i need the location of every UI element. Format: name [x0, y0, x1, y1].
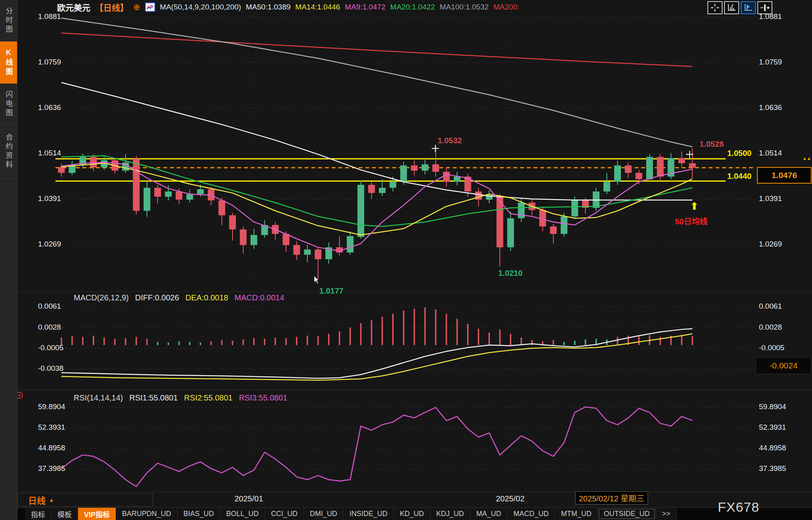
- axis-macd-label: -0.0038: [38, 364, 63, 373]
- sidebar: 分时图 K线图 闪电图 合约资料: [0, 0, 17, 520]
- rsi1-value: RSI1:55.0801: [130, 393, 178, 402]
- annotation-high-1: 1.0532: [438, 136, 462, 145]
- sidebar-item-timechart[interactable]: 分时图: [0, 0, 17, 42]
- watermark: FX678: [718, 499, 759, 515]
- symbol-title: 欧元美元: [57, 1, 90, 13]
- sidebar-item-label: 闪电图: [4, 91, 14, 118]
- axis-macd-label: 0.0061: [759, 302, 782, 311]
- axis-rsi-label: 44.8958: [759, 444, 786, 452]
- timeframe-tag: 【日线】: [95, 1, 128, 13]
- axis-price-label: 1.0514: [38, 149, 61, 158]
- trading-app: { "header": { "symbol": "欧元美元", "timefra…: [0, 0, 812, 520]
- axis-price-label: 1.0759: [759, 58, 782, 66]
- sidebar-item-label: K线图: [4, 49, 14, 77]
- sidebar-item-flashchart[interactable]: 闪电图: [0, 84, 17, 125]
- tab-bias-ud[interactable]: BIAS_UD: [177, 508, 220, 520]
- axis-macd-label: -0.0005: [759, 344, 784, 352]
- timeframe-label: 日线: [28, 493, 46, 506]
- rsi-header: RSI(14,14,14) RSI1:55.0801 RSI2:55.0801 …: [74, 393, 288, 402]
- last-price-box: 1.0476: [757, 167, 812, 184]
- ma50-pointer-icon: ⬆: [690, 200, 699, 213]
- move-icon[interactable]: [707, 1, 722, 14]
- annotation-level-upper: 1.0500: [727, 149, 751, 158]
- rsi2-value: RSI2:55.0801: [184, 393, 233, 402]
- macd-diff-value: DIFF:0.0026: [135, 293, 179, 302]
- ma9-value: MA9:1.0472: [345, 3, 385, 11]
- axis-price-label: 1.0759: [38, 58, 61, 66]
- magnet-icon[interactable]: ⊕: [133, 2, 140, 12]
- axis-price-label: 1.0391: [38, 194, 61, 203]
- chart-canvas[interactable]: [0, 0, 812, 520]
- scroll-latest-icon[interactable]: ▲▲: [802, 157, 808, 160]
- tab-templates[interactable]: 模板: [51, 508, 78, 520]
- indicator-tabbar: 指标 模板 VIP指标 BARUPDN_UD BIAS_UD BOLL_UD C…: [17, 507, 812, 520]
- annotation-low-2: 1.0210: [498, 269, 522, 278]
- macd-last-value-box: -0.0024: [756, 357, 811, 374]
- axis-bars-icon[interactable]: [724, 1, 739, 14]
- tab-ma-ud[interactable]: MA_UD: [470, 508, 507, 520]
- axis-rsi-label: 37.3985: [759, 464, 786, 473]
- tab-vip-indicators[interactable]: VIP指标: [78, 508, 116, 520]
- rsi3-value: RSI3:55.0801: [239, 393, 287, 402]
- ma50-note: 50日均线: [675, 215, 707, 227]
- sidebar-item-label: 分时图: [4, 7, 14, 34]
- axis-macd-label: 0.0061: [38, 302, 61, 311]
- rsi-name: RSI(14,14,14): [74, 393, 123, 402]
- macd-macd-value: MACD:0.0014: [234, 293, 284, 302]
- tab-more[interactable]: >>: [656, 508, 677, 520]
- ma200-value: MA200:: [494, 3, 519, 11]
- axis-rsi-label: 44.8958: [38, 444, 65, 452]
- axis-price-label: 1.0636: [759, 103, 782, 112]
- axis-rsi-label: 52.3931: [759, 423, 786, 432]
- axis-rsi-label: 59.8904: [759, 402, 786, 411]
- macd-name: MACD(26,12,9): [74, 293, 129, 302]
- indicator-chart-icon[interactable]: [145, 2, 155, 12]
- ma20-value: MA20:1.0422: [390, 3, 435, 11]
- tab-inside-ud[interactable]: INSIDE_UD: [343, 508, 394, 520]
- tab-kd-ud[interactable]: KD_UD: [394, 508, 430, 520]
- ma-settings: MA(50,14,9,20,100,200): [160, 3, 241, 11]
- ma100-value: MA100:1.0532: [440, 3, 489, 11]
- annotation-low-1: 1.0177: [319, 287, 343, 296]
- axis-flag-icon[interactable]: [741, 1, 756, 14]
- annotation-level-lower: 1.0440: [727, 172, 751, 181]
- tab-macd-ud[interactable]: MACD_UD: [507, 508, 555, 520]
- chart-header: 欧元美元 【日线】 ⊕ MA(50,14,9,20,100,200) MA50:…: [57, 1, 519, 13]
- tab-barupdn-ud[interactable]: BARUPDN_UD: [116, 508, 177, 520]
- tab-mtm-ud[interactable]: MTM_UD: [555, 508, 598, 520]
- xaxis-month-label: 2025/02: [496, 494, 524, 503]
- caret-up-icon: ▲: [49, 497, 54, 503]
- macd-header: MACD(26,12,9) DIFF:0.0026 DEA:0.0018 MAC…: [74, 293, 284, 302]
- annotation-high-2: 1.0528: [700, 140, 724, 149]
- axis-rsi-label: 37.3985: [38, 464, 65, 473]
- axis-macd-label: 0.0028: [38, 323, 61, 332]
- axis-price-label: 1.0881: [759, 12, 782, 21]
- axis-rsi-label: 52.3931: [38, 423, 65, 432]
- axis-macd-label: -0.0005: [38, 344, 63, 352]
- axis-price-label: 1.0636: [38, 103, 61, 112]
- sidebar-item-contract-info[interactable]: 合约资料: [0, 125, 17, 179]
- ma14-value: MA14:1.0446: [295, 3, 340, 11]
- tab-kdj-ud[interactable]: KDJ_UD: [430, 508, 470, 520]
- axis-macd-label: 0.0028: [759, 323, 782, 332]
- tab-boll-ud[interactable]: BOLL_UD: [220, 508, 265, 520]
- axis-price-label: 1.0269: [38, 240, 61, 249]
- timeframe-selector[interactable]: 日线 ▲: [17, 493, 153, 507]
- tab-cci-ud[interactable]: CCI_UD: [265, 508, 304, 520]
- tab-outside-ud[interactable]: OUTSIDE_UD: [598, 508, 656, 520]
- cursor-date-box: 2025/02/12 星期三: [575, 492, 648, 505]
- axis-price-label: 1.0514: [759, 149, 782, 158]
- axis-price-label: 1.0269: [759, 240, 782, 249]
- tab-indicators[interactable]: 指标: [25, 508, 51, 520]
- macd-dea-value: DEA:0.0018: [185, 293, 228, 302]
- axis-price-label: 1.0881: [38, 12, 61, 21]
- xaxis-month-label: 2025/01: [234, 494, 263, 503]
- sidebar-item-kline[interactable]: K线图: [0, 42, 17, 84]
- ma50-value: MA50:1.0389: [246, 3, 291, 11]
- sidebar-item-label: 合约资料: [4, 133, 14, 170]
- axis-price-label: 1.0391: [759, 194, 782, 203]
- axis-rsi-label: 59.8904: [38, 402, 65, 411]
- tab-dmi-ud[interactable]: DMI_UD: [304, 508, 343, 520]
